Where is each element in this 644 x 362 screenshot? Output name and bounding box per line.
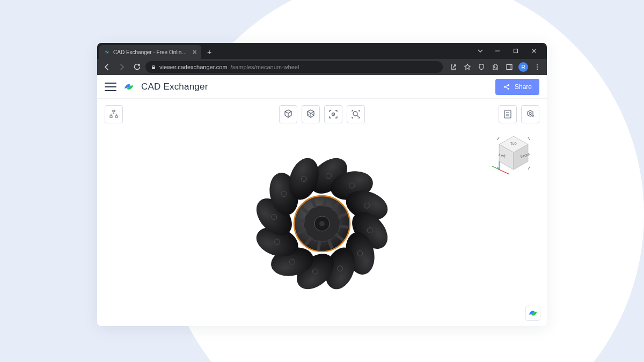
nav-reload-button[interactable] [130, 61, 143, 73]
app-logo-icon [123, 81, 135, 93]
tab-title: CAD Exchanger - Free Online Vie [113, 49, 189, 55]
svg-point-21 [529, 113, 531, 115]
svg-point-15 [333, 114, 334, 115]
structure-tree-button[interactable] [105, 105, 123, 123]
tabs-chevron-icon[interactable] [473, 48, 488, 54]
nav-forward-button[interactable] [115, 61, 128, 73]
lock-icon [151, 64, 156, 70]
svg-rect-12 [110, 116, 112, 117]
svg-point-10 [508, 87, 509, 89]
profile-avatar[interactable]: R [517, 61, 530, 73]
url-host: viewer.cadexchanger.com [159, 64, 228, 70]
svg-rect-11 [113, 110, 115, 112]
display-mode-solid-button[interactable] [279, 105, 297, 123]
browser-tab-bar: CAD Exchanger - Free Online Vie ✕ + [97, 43, 547, 59]
svg-point-70 [319, 221, 325, 226]
zoom-selection-button[interactable] [347, 105, 365, 123]
new-tab-button[interactable]: + [203, 46, 215, 58]
window-maximize-button[interactable] [507, 44, 524, 58]
svg-point-5 [537, 64, 538, 65]
model-3d-preview [252, 154, 392, 293]
app-header: CAD Exchanger Share [97, 75, 547, 99]
window-minimize-button[interactable] [489, 44, 506, 58]
sidepanel-icon[interactable] [503, 61, 516, 73]
view-cube[interactable]: Top Left Front [491, 131, 536, 176]
tab-close-icon[interactable]: ✕ [192, 49, 197, 56]
share-url-icon[interactable] [447, 61, 460, 73]
svg-rect-1 [514, 49, 518, 53]
toolbar-center [279, 105, 365, 123]
viewport-3d[interactable]: Top Left Front [97, 99, 547, 326]
browser-address-bar: viewer.cadexchanger.com/samples/mecanum-… [97, 59, 547, 75]
url-path: /samples/mecanum-wheel [231, 64, 299, 70]
svg-point-7 [537, 69, 538, 70]
svg-line-27 [499, 169, 509, 174]
bookmark-star-icon[interactable] [461, 61, 474, 73]
share-icon [503, 83, 510, 91]
display-mode-wireframe-button[interactable] [302, 105, 320, 123]
svg-rect-13 [115, 116, 118, 117]
properties-button[interactable] [499, 105, 517, 123]
fit-all-button[interactable] [324, 105, 342, 123]
viewcube-top: Top [510, 141, 517, 146]
corner-logo-icon [528, 308, 538, 319]
tab-favicon-icon [104, 49, 110, 55]
svg-point-9 [508, 84, 509, 85]
corner-logo-button[interactable] [525, 306, 540, 321]
svg-point-16 [353, 112, 357, 116]
share-button[interactable]: Share [495, 79, 539, 95]
browser-menu-icon[interactable] [531, 61, 544, 73]
hamburger-menu-button[interactable] [105, 83, 116, 91]
browser-tab[interactable]: CAD Exchanger - Free Online Vie ✕ [99, 45, 201, 59]
settings-button[interactable] [521, 105, 539, 123]
app-brand: CAD Exchanger [141, 82, 208, 92]
nav-back-button[interactable] [100, 61, 113, 73]
window-close-button[interactable] [525, 44, 543, 58]
extensions-icon[interactable] [489, 61, 502, 73]
share-label: Share [515, 83, 532, 91]
avatar-initial: R [521, 64, 525, 70]
browser-window: CAD Exchanger - Free Online Vie ✕ + [97, 43, 547, 326]
svg-rect-2 [152, 67, 155, 70]
toolbar-left [105, 105, 123, 123]
svg-point-8 [504, 86, 506, 87]
app-container: CAD Exchanger Share [97, 75, 547, 326]
svg-rect-3 [507, 65, 512, 70]
shield-icon[interactable] [475, 61, 488, 73]
toolbar-right [499, 105, 539, 123]
url-input[interactable]: viewer.cadexchanger.com/samples/mecanum-… [145, 61, 443, 73]
svg-point-6 [537, 67, 538, 68]
